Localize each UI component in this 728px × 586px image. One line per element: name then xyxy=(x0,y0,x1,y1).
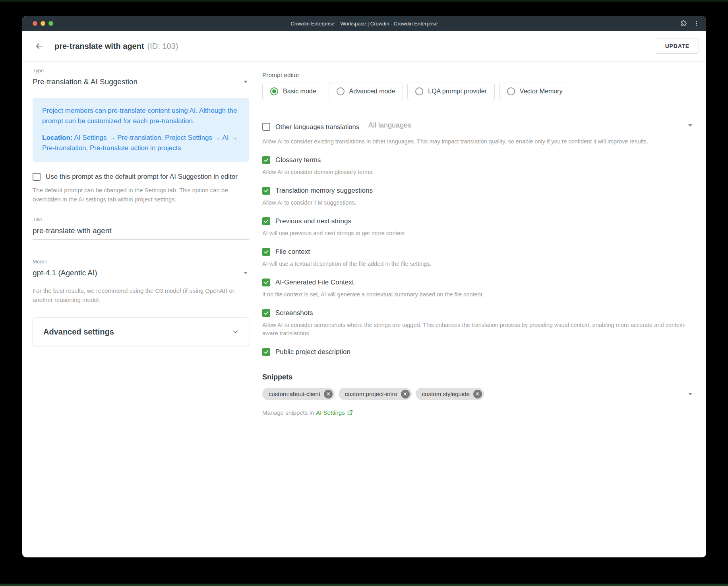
option-public-project-description: Public project description xyxy=(262,348,694,356)
left-column: Type Pre-translation & AI Suggestion Pro… xyxy=(33,62,249,346)
snippets-heading: Snippets xyxy=(262,373,694,381)
radio-unselected-icon xyxy=(507,87,515,95)
window-controls xyxy=(33,21,53,26)
languages-select[interactable]: All languages xyxy=(368,120,694,133)
chevron-down-icon xyxy=(244,81,248,83)
browser-menu-icon[interactable] xyxy=(693,20,700,27)
radio-basic-mode[interactable]: Basic mode xyxy=(262,83,324,100)
maximize-window-button[interactable] xyxy=(48,21,53,26)
option-label: Public project description xyxy=(275,348,350,356)
option-description: Allow AI to consider screenshots where t… xyxy=(262,321,694,338)
default-prompt-checkbox-row[interactable]: Use this prompt as the default prompt fo… xyxy=(33,173,249,181)
page-header: pre-translate with agent (ID: 103) UPDAT… xyxy=(22,31,706,62)
manage-snippets-text: Manage snippets in xyxy=(262,409,314,416)
radio-lqa-prompt-provider[interactable]: LQA prompt provider xyxy=(407,83,495,100)
back-arrow-icon xyxy=(35,41,44,51)
back-button[interactable] xyxy=(34,41,45,52)
chip-remove-icon[interactable] xyxy=(401,390,410,398)
option-description: If no file context is set, AI will gener… xyxy=(262,290,694,299)
model-label: Model xyxy=(33,259,249,265)
checkbox-row[interactable]: AI-Generated File Context xyxy=(262,278,694,286)
checkbox-unchecked-icon[interactable] xyxy=(262,123,270,131)
snippet-chip: custom:about-client xyxy=(262,388,335,400)
option-previous-and-next-strings: Previous and next strings AI will use pr… xyxy=(262,217,694,238)
checkbox-row[interactable]: Public project description xyxy=(262,348,694,356)
checkbox-checked-icon[interactable] xyxy=(262,278,270,286)
ai-settings-link[interactable]: AI Settings xyxy=(316,409,353,416)
option-label: AI-Generated File Context xyxy=(275,278,354,286)
prompt-editor-label: Prompt editor xyxy=(262,72,694,79)
checkbox-row[interactable]: Screenshots xyxy=(262,309,694,317)
chip-label: custom:project-intro xyxy=(345,391,397,397)
manage-snippets-row: Manage snippets in AI Settings xyxy=(262,409,694,416)
option-description: Allow AI to consider TM suggestions. xyxy=(262,199,694,207)
model-select-value: gpt-4.1 (Agentic AI) xyxy=(33,269,97,277)
snippet-chip: custom:styleguide xyxy=(416,388,484,400)
chevron-down-icon xyxy=(688,393,692,395)
checkbox-checked-icon[interactable] xyxy=(262,348,270,356)
option-description: Allow AI to consider domain glossary ter… xyxy=(262,168,694,176)
option-glossary-terms: Glossary terms Allow AI to consider doma… xyxy=(262,156,694,176)
update-button[interactable]: UPDATE xyxy=(656,39,699,54)
other-languages-label: Other languages translations xyxy=(275,123,359,131)
option-description: AI will use previous and next strings to… xyxy=(262,229,694,238)
checkbox-row[interactable]: Translation memory suggestions xyxy=(262,187,694,195)
page-title: pre-translate with agent xyxy=(54,42,144,51)
checkbox-checked-icon[interactable] xyxy=(262,309,270,317)
default-prompt-label: Use this prompt as the default prompt fo… xyxy=(46,173,238,181)
titlebar: Crowdin Enterprise – Workspace | Crowdin… xyxy=(22,16,706,31)
info-location: Location: AI Settings → Pre-translation,… xyxy=(42,133,240,153)
chevron-down-icon xyxy=(231,328,239,336)
other-languages-checkbox-row[interactable]: Other languages translations xyxy=(262,123,359,131)
radio-vector-memory[interactable]: Vector Memory xyxy=(499,83,571,100)
close-window-button[interactable] xyxy=(33,21,37,26)
option-label: Previous and next strings xyxy=(275,217,351,225)
checkbox-checked-icon[interactable] xyxy=(262,217,270,225)
other-languages-description: Allow AI to consider existing translatio… xyxy=(262,137,694,146)
option-screenshots: Screenshots Allow AI to consider screens… xyxy=(262,309,694,338)
radio-unselected-icon xyxy=(337,87,345,95)
minimize-window-button[interactable] xyxy=(41,21,45,26)
checkbox-checked-icon[interactable] xyxy=(262,248,270,256)
chip-remove-icon[interactable] xyxy=(473,390,482,398)
option-label: Glossary terms xyxy=(275,156,321,164)
languages-select-placeholder: All languages xyxy=(368,121,411,130)
window-title: Crowdin Enterprise – Workspace | Crowdin… xyxy=(22,21,706,27)
advanced-settings-title: Advanced settings xyxy=(43,327,114,337)
title-input[interactable]: pre-translate with agent xyxy=(33,224,249,240)
info-location-label: Location: xyxy=(42,134,73,141)
advanced-settings-expander[interactable]: Advanced settings xyxy=(33,317,249,346)
model-help: For the best results, we recommend using… xyxy=(33,286,249,305)
prompt-editor-modes: Basic mode Advanced mode LQA prompt prov… xyxy=(262,83,694,100)
checkbox-checked-icon[interactable] xyxy=(262,187,270,195)
info-box: Project members can pre-translate conten… xyxy=(33,98,249,162)
radio-selected-icon xyxy=(270,87,278,95)
checkbox-unchecked-icon[interactable] xyxy=(33,173,41,181)
page-id: (ID: 103) xyxy=(147,42,178,51)
checkbox-row[interactable]: Previous and next strings xyxy=(262,217,694,225)
snippets-select[interactable]: custom:about-client custom:project-intro… xyxy=(262,388,694,404)
radio-label: LQA prompt provider xyxy=(428,88,487,95)
option-label: Screenshots xyxy=(275,309,313,317)
background-edge xyxy=(0,0,728,2)
chevron-down-icon xyxy=(244,272,248,274)
model-select[interactable]: gpt-4.1 (Agentic AI) xyxy=(33,266,249,281)
chip-label: custom:about-client xyxy=(269,391,320,397)
option-label: File context xyxy=(275,248,310,256)
browser-window: Crowdin Enterprise – Workspace | Crowdin… xyxy=(22,16,706,557)
checkbox-row[interactable]: Glossary terms xyxy=(262,156,694,164)
radio-unselected-icon xyxy=(415,87,423,95)
chip-remove-icon[interactable] xyxy=(324,390,333,398)
right-column: Prompt editor Basic mode Advanced mode L… xyxy=(262,62,694,416)
option-file-context: File context AI will use a textual descr… xyxy=(262,248,694,268)
type-select-value: Pre-translation & AI Suggestion xyxy=(33,77,137,86)
type-select[interactable]: Pre-translation & AI Suggestion xyxy=(33,75,249,90)
info-text: Project members can pre-translate conten… xyxy=(42,106,240,126)
radio-label: Vector Memory xyxy=(520,88,563,95)
external-link-icon xyxy=(347,410,353,416)
checkbox-row[interactable]: File context xyxy=(262,248,694,256)
extensions-icon[interactable] xyxy=(680,20,687,27)
radio-advanced-mode[interactable]: Advanced mode xyxy=(329,83,403,100)
checkbox-checked-icon[interactable] xyxy=(262,156,270,164)
type-label: Type xyxy=(33,68,249,73)
